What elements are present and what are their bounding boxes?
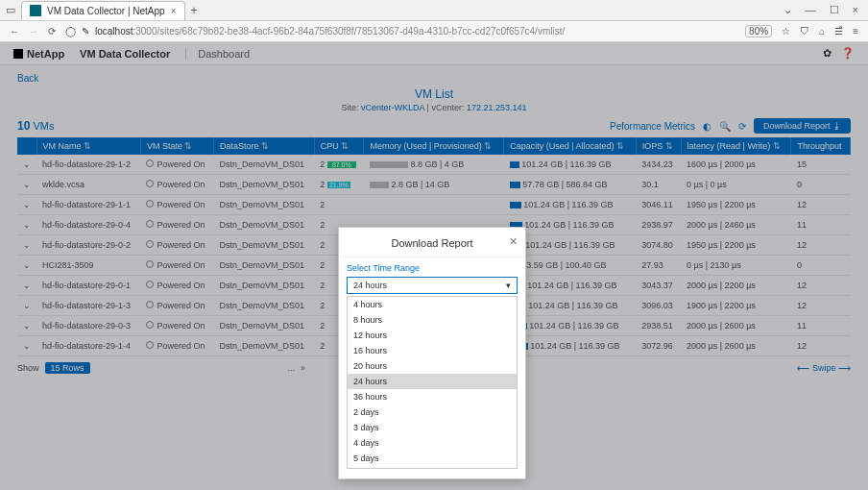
new-tab-button[interactable]: + — [191, 4, 198, 17]
modal-close-icon[interactable]: ✕ — [509, 235, 518, 248]
app-menu-icon[interactable]: ▭ — [6, 4, 15, 16]
modal-title: Download Report — [392, 237, 473, 249]
account-icon[interactable]: ☰̊ — [834, 26, 843, 37]
time-range-option[interactable]: 24 hours — [348, 374, 517, 389]
download-report-modal: Download Report ✕ Select Time Range 24 h… — [338, 227, 526, 479]
pocket-icon[interactable]: ⛉ — [800, 26, 809, 37]
browser-tab[interactable]: VM Data Collector | NetApp × — [21, 1, 185, 20]
time-range-option[interactable]: 5 days — [348, 451, 517, 466]
time-range-option[interactable]: 6 days — [348, 466, 517, 469]
address-bar: ← → ⟳ ◯ ✎ localhost:3000/sites/68c79b82-… — [0, 21, 868, 42]
close-tab-icon[interactable]: × — [171, 6, 177, 16]
back-icon[interactable]: ← — [10, 26, 19, 37]
minimize-icon[interactable]: — — [806, 4, 816, 16]
browser-tabstrip: ▭ VM Data Collector | NetApp × + ⌄ — ☐ × — [0, 0, 868, 21]
shield-icon[interactable]: ◯ — [65, 26, 76, 37]
chevron-down-icon: ▾ — [506, 281, 511, 290]
zoom-level[interactable]: 80% — [745, 25, 772, 37]
time-range-option[interactable]: 8 hours — [348, 312, 517, 328]
time-range-option[interactable]: 4 hours — [348, 297, 517, 312]
window-controls: ⌄ — ☐ × — [784, 4, 868, 16]
lock-icon[interactable]: ✎ — [82, 26, 89, 37]
hamburger-icon[interactable]: ≡ — [853, 26, 858, 37]
time-range-option[interactable]: 12 hours — [348, 328, 517, 343]
extension-icon[interactable]: ⌂ — [819, 26, 825, 37]
time-range-option[interactable]: 36 hours — [348, 389, 517, 404]
time-range-option[interactable]: 3 days — [348, 420, 517, 435]
time-range-option[interactable]: 16 hours — [348, 343, 517, 358]
time-range-select[interactable]: 24 hours ▾ — [347, 277, 518, 294]
tab-title: VM Data Collector | NetApp — [47, 6, 165, 16]
close-window-icon[interactable]: × — [853, 4, 858, 16]
time-range-label: Select Time Range — [347, 263, 518, 273]
time-range-dropdown: 4 hours8 hours12 hours16 hours20 hours24… — [347, 296, 518, 469]
maximize-icon[interactable]: ☐ — [830, 4, 839, 16]
time-range-option[interactable]: 2 days — [348, 404, 517, 420]
chevron-down-icon[interactable]: ⌄ — [784, 4, 792, 16]
reload-icon[interactable]: ⟳ — [48, 26, 56, 37]
time-range-option[interactable]: 4 days — [348, 435, 517, 451]
time-range-value: 24 hours — [353, 281, 387, 290]
time-range-option[interactable]: 20 hours — [348, 358, 517, 374]
forward-icon[interactable]: → — [29, 26, 38, 37]
url-text[interactable]: localhost:3000/sites/68c79b82-be38-4acf-… — [95, 26, 565, 37]
favicon-icon — [30, 5, 41, 16]
star-icon[interactable]: ☆ — [782, 26, 790, 37]
